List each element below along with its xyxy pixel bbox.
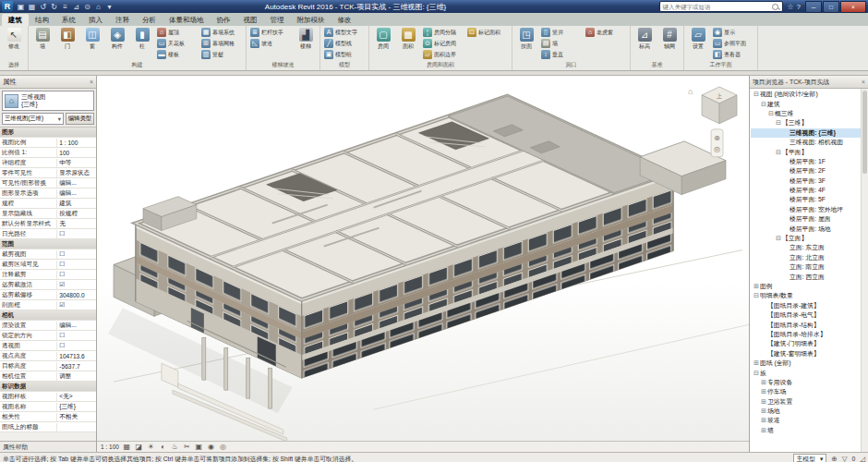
- property-row[interactable]: 标识数据: [0, 382, 96, 392]
- tree-item[interactable]: ⊞ 图纸 (全部): [751, 359, 861, 368]
- ramp-button[interactable]: ◺ 坡道: [248, 38, 293, 49]
- scrollbar[interactable]: [861, 89, 868, 452]
- redo-icon[interactable]: ↻: [49, 2, 59, 12]
- building-model[interactable]: [108, 96, 749, 441]
- tree-item[interactable]: 楼层平面: 屋面: [751, 214, 861, 224]
- tree-item[interactable]: 三维视图: 相机视图: [751, 138, 861, 147]
- set-workplane-button[interactable]: ▱ 设置: [686, 27, 710, 52]
- model-text-button[interactable]: A 模型文字: [322, 27, 367, 38]
- property-value[interactable]: 100: [57, 150, 96, 156]
- ribbon-group-label[interactable]: 选择: [2, 60, 26, 70]
- room-separator-button[interactable]: ¦ 房间分隔: [421, 27, 465, 38]
- property-row[interactable]: 可见性/图形替换 编辑...: [0, 178, 96, 188]
- tree-item[interactable]: 【建筑-门明细表】: [751, 339, 861, 348]
- tree-item[interactable]: 楼层平面: 5F: [751, 195, 861, 204]
- property-value[interactable]: 中等: [57, 159, 96, 167]
- property-value[interactable]: {三维}: [57, 403, 96, 411]
- property-value[interactable]: ☐: [57, 230, 96, 237]
- favorites-icon[interactable]: ☆: [787, 3, 793, 11]
- grid-button[interactable]: # 轴网: [657, 27, 681, 52]
- ribbon-tab[interactable]: 结构: [29, 14, 55, 26]
- select-toggle-icon[interactable]: ⊕: [831, 455, 837, 462]
- property-row[interactable]: 目标高度 -5637.7: [0, 361, 96, 371]
- tree-expander-icon[interactable]: ⊟: [753, 292, 760, 299]
- property-row[interactable]: 范围: [0, 239, 96, 249]
- 3d-model-view[interactable]: ⌂ 上 ⊕ ◎: [97, 76, 749, 441]
- tree-item[interactable]: 楼层平面: 场地: [751, 224, 861, 233]
- type-dropdown[interactable]: 三维视图(三维) ▾: [2, 113, 64, 125]
- opening-by-face-button[interactable]: ◳ 按面: [514, 27, 538, 52]
- default-3d-view-icon[interactable]: ⌂: [93, 2, 103, 12]
- tree-item[interactable]: 楼层平面: 3F: [751, 176, 861, 186]
- tag-area-button[interactable]: ⊡ 标记面积: [465, 27, 510, 38]
- ref-plane-button[interactable]: ▭ 参照平面: [711, 38, 755, 49]
- tree-expander-icon[interactable]: ⊞: [760, 398, 767, 406]
- wall-opening-button[interactable]: ▤ 墙: [539, 38, 584, 49]
- design-option-select[interactable]: 主模型 ▾: [793, 454, 827, 462]
- scale-control[interactable]: 1 : 100: [101, 444, 119, 450]
- tree-item[interactable]: 立面: 东立面: [751, 243, 861, 252]
- tree-item[interactable]: ⊞ 停车场: [751, 387, 861, 396]
- property-row[interactable]: 默认分析显示样式 无: [0, 219, 96, 229]
- tree-item[interactable]: 楼层平面: 室外地坪: [751, 205, 861, 214]
- mullion-button[interactable]: ▥ 竖梃: [199, 49, 244, 60]
- help-icon[interactable]: ?: [797, 3, 801, 11]
- tree-item[interactable]: 【图纸目录-给排水】: [751, 330, 861, 339]
- tree-expander-icon[interactable]: ⊟: [775, 235, 782, 242]
- property-row[interactable]: 视图样板 <无>: [0, 392, 96, 402]
- ceiling-button[interactable]: ▭ 天花板: [155, 38, 199, 49]
- tree-expander-icon[interactable]: ⊟: [775, 149, 782, 156]
- curtain-grid-button[interactable]: ⊞ 幕墙网格: [199, 38, 244, 49]
- crop-region-icon[interactable]: ▣: [195, 443, 203, 451]
- ribbon-group-label[interactable]: 房间和面积: [371, 60, 510, 70]
- component-button[interactable]: ◈ 构件: [105, 27, 129, 52]
- ribbon-tab[interactable]: 注释: [109, 14, 136, 26]
- viewcube-home-icon[interactable]: ⌂: [688, 87, 693, 96]
- property-row[interactable]: 裁剪视图 ☐: [0, 249, 96, 260]
- property-row[interactable]: 渲染设置 编辑...: [0, 321, 96, 331]
- ribbon-group-label[interactable]: 基准: [633, 60, 681, 70]
- render-icon[interactable]: ♨: [171, 443, 179, 451]
- model-group-button[interactable]: ▣ 模型组: [322, 49, 367, 60]
- room-button[interactable]: ▢ 房间: [371, 27, 395, 52]
- property-value[interactable]: ☐: [57, 250, 96, 258]
- tree-item[interactable]: 楼层平面: 4F: [751, 186, 861, 195]
- model-line-button[interactable]: ╱ 模型线: [322, 38, 367, 49]
- crop-view-icon[interactable]: ✂: [183, 443, 191, 451]
- navigation-bar[interactable]: ⊕ ◎: [711, 129, 723, 157]
- property-row[interactable]: 零件可见性 显示原状态: [0, 168, 96, 178]
- property-row[interactable]: 图形: [0, 128, 96, 138]
- tree-expander-icon[interactable]: ⊟: [767, 110, 775, 117]
- modify-button[interactable]: ↖ 修改: [2, 27, 26, 52]
- close-button[interactable]: ×: [840, 1, 866, 13]
- shaft-button[interactable]: ▯ 竖井: [539, 27, 584, 38]
- property-row[interactable]: 远剪裁偏移 304800.0: [0, 290, 96, 300]
- tree-item[interactable]: ⊞ 卫浴装置: [751, 397, 861, 407]
- scrollbar-thumb[interactable]: [862, 91, 867, 174]
- search-icon[interactable]: [772, 4, 778, 10]
- tree-item[interactable]: ⊞ 墙: [751, 426, 861, 435]
- area-boundary-button[interactable]: ▱ 面积边界: [421, 49, 465, 60]
- property-row[interactable]: 视图名称 {三维}: [0, 402, 96, 412]
- measure-icon[interactable]: ⊿: [71, 2, 81, 12]
- property-value[interactable]: 无: [57, 220, 96, 228]
- tree-expander-icon[interactable]: ⊟: [753, 370, 760, 377]
- property-value[interactable]: 1 : 100: [57, 140, 96, 146]
- roof-button[interactable]: ⌂ 屋顶: [155, 27, 199, 38]
- tree-expander-icon[interactable]: ⊟: [753, 91, 760, 98]
- property-row[interactable]: 图形显示选项 编辑...: [0, 188, 96, 199]
- close-icon[interactable]: ×: [90, 79, 93, 85]
- property-row[interactable]: 比例值 1: 100: [0, 148, 96, 158]
- property-value[interactable]: ☑: [57, 301, 96, 309]
- door-button[interactable]: ◧ 门: [55, 27, 79, 52]
- tree-expander-icon[interactable]: ⊞: [753, 359, 760, 367]
- qat-customize-icon[interactable]: ▾: [104, 2, 115, 12]
- property-value[interactable]: -5637.7: [57, 363, 96, 370]
- ribbon-tab[interactable]: 管理: [264, 14, 291, 26]
- ribbon-tab[interactable]: 分析: [136, 14, 163, 26]
- tag-room-button[interactable]: ⊙ 标记房间: [421, 38, 465, 49]
- maximize-button[interactable]: □: [823, 1, 839, 13]
- tree-item[interactable]: 【建筑-窗明细表】: [751, 349, 861, 359]
- revit-logo[interactable]: R: [2, 1, 13, 12]
- close-icon[interactable]: ×: [862, 79, 865, 85]
